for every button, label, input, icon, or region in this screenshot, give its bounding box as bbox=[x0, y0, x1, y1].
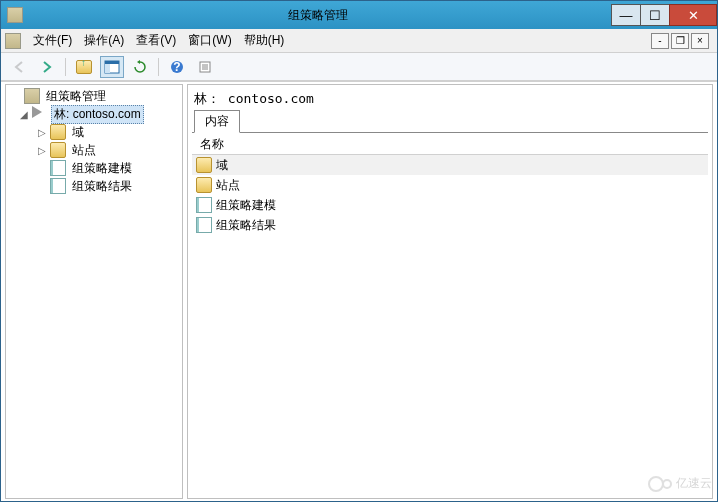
document-icon bbox=[196, 197, 212, 213]
show-hide-tree-button[interactable] bbox=[100, 56, 124, 78]
list-item-label: 域 bbox=[216, 157, 228, 174]
tree-item-label: 组策略结果 bbox=[69, 177, 135, 196]
forest-icon bbox=[32, 106, 48, 122]
tree-root[interactable]: 组策略管理 bbox=[6, 87, 182, 105]
tree-pane[interactable]: 组策略管理 ◢ 林: contoso.com ▷域▷站点组策略建模组策略结果 bbox=[5, 84, 183, 499]
column-name[interactable]: 名称 bbox=[196, 134, 228, 155]
list-area[interactable]: 名称 域站点组策略建模组策略结果 bbox=[192, 133, 708, 496]
menu-file[interactable]: 文件(F) bbox=[27, 30, 78, 51]
folder-icon bbox=[196, 177, 212, 193]
console-icon bbox=[24, 88, 40, 104]
svg-rect-1 bbox=[105, 61, 119, 64]
tab-strip: 内容 bbox=[192, 111, 708, 133]
menu-view[interactable]: 查看(V) bbox=[130, 30, 182, 51]
tree-expand-icon[interactable]: ▷ bbox=[36, 144, 48, 156]
close-button[interactable]: ✕ bbox=[669, 4, 717, 26]
minimize-button[interactable]: — bbox=[611, 4, 641, 26]
app-icon bbox=[7, 7, 23, 23]
document-icon bbox=[50, 178, 66, 194]
tree-item[interactable]: 组策略建模 bbox=[6, 159, 182, 177]
app-window: 组策略管理 — ☐ ✕ 文件(F) 操作(A) 查看(V) 窗口(W) 帮助(H… bbox=[0, 0, 718, 502]
list-item-label: 站点 bbox=[216, 177, 240, 194]
mdi-restore-button[interactable]: ❐ bbox=[671, 33, 689, 49]
list-item[interactable]: 组策略结果 bbox=[192, 215, 708, 235]
list-item[interactable]: 组策略建模 bbox=[192, 195, 708, 215]
tree-item-label: 域 bbox=[69, 123, 87, 142]
toolbar-separator bbox=[65, 58, 66, 76]
tree-item[interactable]: ▷站点 bbox=[6, 141, 182, 159]
nav-back-button[interactable] bbox=[7, 56, 31, 78]
tree-forest[interactable]: ◢ 林: contoso.com bbox=[6, 105, 182, 123]
tree-forest-label: 林: contoso.com bbox=[51, 105, 144, 124]
properties-button[interactable] bbox=[193, 56, 217, 78]
titlebar[interactable]: 组策略管理 — ☐ ✕ bbox=[1, 1, 717, 29]
tree-item[interactable]: ▷域 bbox=[6, 123, 182, 141]
tree-expand-icon[interactable]: ▷ bbox=[36, 126, 48, 138]
window-title: 组策略管理 bbox=[23, 7, 612, 24]
menubar-app-icon bbox=[5, 33, 21, 49]
tree-collapse-icon[interactable]: ◢ bbox=[18, 108, 30, 120]
list-header[interactable]: 名称 bbox=[192, 133, 708, 155]
svg-text:?: ? bbox=[173, 60, 180, 74]
list-item[interactable]: 站点 bbox=[192, 175, 708, 195]
list-item-label: 组策略结果 bbox=[216, 217, 276, 234]
mdi-minimize-button[interactable]: - bbox=[651, 33, 669, 49]
document-icon bbox=[50, 160, 66, 176]
tab-content[interactable]: 内容 bbox=[194, 110, 240, 133]
list-item[interactable]: 域 bbox=[192, 155, 708, 175]
tree-item-label: 组策略建模 bbox=[69, 159, 135, 178]
up-level-button[interactable]: ↑ bbox=[72, 56, 96, 78]
body-area: 组策略管理 ◢ 林: contoso.com ▷域▷站点组策略建模组策略结果 林… bbox=[1, 81, 717, 501]
folder-icon bbox=[50, 142, 66, 158]
mdi-close-button[interactable]: × bbox=[691, 33, 709, 49]
content-pane: 林： contoso.com 内容 名称 域站点组策略建模组策略结果 bbox=[187, 84, 713, 499]
folder-icon bbox=[196, 157, 212, 173]
window-controls: — ☐ ✕ bbox=[612, 4, 717, 26]
toolbar: ↑ ? bbox=[1, 53, 717, 81]
menu-window[interactable]: 窗口(W) bbox=[182, 30, 237, 51]
menu-help[interactable]: 帮助(H) bbox=[238, 30, 291, 51]
refresh-button[interactable] bbox=[128, 56, 152, 78]
menubar-right-controls: - ❐ × bbox=[651, 33, 713, 49]
nav-forward-button[interactable] bbox=[35, 56, 59, 78]
help-button[interactable]: ? bbox=[165, 56, 189, 78]
maximize-button[interactable]: ☐ bbox=[640, 4, 670, 26]
tree-item[interactable]: 组策略结果 bbox=[6, 177, 182, 195]
menu-action[interactable]: 操作(A) bbox=[78, 30, 130, 51]
toolbar-separator bbox=[158, 58, 159, 76]
svg-rect-2 bbox=[105, 64, 110, 73]
folder-icon bbox=[50, 124, 66, 140]
tree-item-label: 站点 bbox=[69, 141, 99, 160]
document-icon bbox=[196, 217, 212, 233]
tree-root-label: 组策略管理 bbox=[43, 87, 109, 106]
content-header: 林： contoso.com bbox=[192, 87, 708, 111]
menubar: 文件(F) 操作(A) 查看(V) 窗口(W) 帮助(H) - ❐ × bbox=[1, 29, 717, 53]
list-item-label: 组策略建模 bbox=[216, 197, 276, 214]
